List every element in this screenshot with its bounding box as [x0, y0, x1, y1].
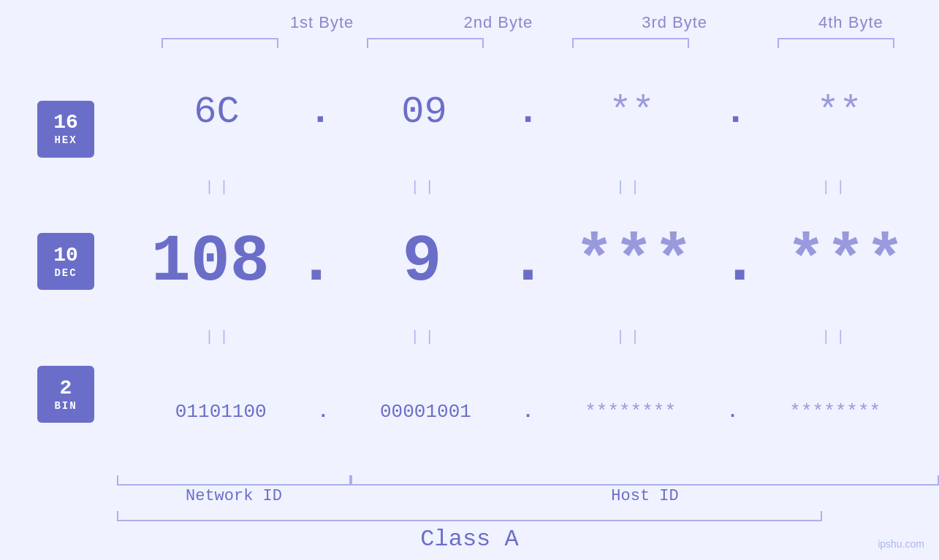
- hex-dot2: .: [517, 91, 539, 134]
- watermark: ipshu.com: [878, 538, 924, 550]
- host-bracket: [351, 475, 939, 486]
- network-bracket: [117, 475, 351, 486]
- dec-b3-value: ***: [574, 225, 693, 299]
- bracket3: [528, 38, 734, 48]
- hex-b4-cell: **: [747, 91, 932, 134]
- byte4-label: 4th Byte: [763, 13, 939, 32]
- bracket-line-3: [572, 38, 689, 48]
- host-id-label: Host ID: [351, 487, 939, 505]
- hex-b1-cell: 6C: [124, 91, 309, 134]
- dec-b4-value: ***: [786, 225, 905, 299]
- sep-cell-4: ||: [734, 179, 939, 196]
- overall-bracket: [117, 511, 822, 521]
- dec-row: 108 . 9 . *** . ***: [117, 198, 939, 326]
- bin-badge-number: 2: [60, 377, 72, 400]
- sep-cell-7: ||: [528, 329, 734, 345]
- byte1-label: 1st Byte: [234, 13, 410, 32]
- class-label: Class A: [0, 526, 939, 560]
- byte3-label: 3rd Byte: [587, 13, 763, 32]
- dec-badge-label: DEC: [54, 267, 77, 279]
- sep-cell-2: ||: [322, 179, 528, 196]
- bin-b4-value: ********: [789, 401, 881, 423]
- bin-b2-value: 00001001: [380, 401, 471, 423]
- dec-b2-cell: 9: [336, 225, 509, 299]
- bracket1: [117, 38, 322, 48]
- sep-cell-3: ||: [528, 179, 734, 196]
- badges-col: 16 HEX 10 DEC 2 BIN: [0, 48, 117, 475]
- dec-b1-cell: 108: [124, 225, 297, 299]
- hex-b3-cell: **: [539, 91, 724, 134]
- dec-dot3: .: [720, 225, 759, 299]
- sep-row-2: || || || ||: [117, 326, 939, 348]
- bin-b3-cell: ********: [533, 401, 727, 423]
- hex-row: 6C . 09 . ** . **: [117, 48, 939, 176]
- hex-b2-cell: 09: [332, 91, 517, 134]
- bin-badge: 2 BIN: [37, 366, 94, 423]
- bracket-line-4: [778, 38, 894, 48]
- bottom-brackets: [0, 475, 939, 486]
- sep-cell-5: ||: [117, 329, 322, 345]
- hex-b2-value: 09: [401, 91, 446, 134]
- sep-cell-8: ||: [734, 329, 939, 345]
- bin-dot2: .: [522, 401, 534, 423]
- bracket4: [734, 38, 939, 48]
- byte-labels: 1st Byte 2nd Byte 3rd Byte 4th Byte: [234, 13, 939, 32]
- bracket-line-2: [367, 38, 484, 48]
- hex-dot3: .: [724, 91, 747, 134]
- dec-badge: 10 DEC: [37, 233, 94, 290]
- bin-b3-value: ********: [585, 401, 676, 423]
- bin-b1-value: 01101100: [175, 401, 267, 423]
- dec-b4-cell: ***: [759, 225, 932, 299]
- dec-b2-value: 9: [403, 225, 442, 299]
- byte2-label: 2nd Byte: [410, 13, 586, 32]
- main-container: 1st Byte 2nd Byte 3rd Byte 4th Byte 16 H…: [0, 0, 939, 560]
- hex-b1-value: 6C: [194, 91, 239, 134]
- bin-dot1: .: [318, 401, 330, 423]
- bracket-line-1: [161, 38, 278, 48]
- bin-b2-cell: 00001001: [329, 401, 522, 423]
- bin-b4-cell: ********: [738, 401, 932, 423]
- bottom-labels: Network ID Host ID: [0, 487, 939, 505]
- dec-b3-cell: ***: [548, 225, 721, 299]
- hex-b4-value: **: [816, 91, 862, 134]
- dec-dot2: .: [508, 225, 547, 299]
- hex-badge: 16 HEX: [37, 101, 94, 158]
- network-id-label: Network ID: [117, 487, 351, 505]
- bin-b1-cell: 01101100: [124, 401, 318, 423]
- bracket2: [322, 38, 528, 48]
- hex-badge-number: 16: [53, 112, 78, 134]
- dec-badge-number: 10: [53, 245, 78, 267]
- content-area: 16 HEX 10 DEC 2 BIN 6C . 09: [0, 48, 939, 475]
- sep-row-1: || || || ||: [117, 176, 939, 198]
- bin-dot3: .: [727, 401, 739, 423]
- top-brackets-row: [0, 38, 939, 48]
- sep-line-2: || || || ||: [117, 329, 939, 345]
- bottom-area: Network ID Host ID Class A: [0, 475, 939, 560]
- data-cols: 6C . 09 . ** . ** || ||: [117, 48, 939, 475]
- sep-cell-1: ||: [117, 179, 322, 196]
- bin-badge-label: BIN: [54, 400, 77, 412]
- sep-cell-6: ||: [322, 329, 528, 345]
- sep-line-1: || || || ||: [117, 179, 939, 196]
- hex-dot1: .: [309, 91, 332, 134]
- bin-row: 01101100 . 00001001 . ******** . *******…: [117, 348, 939, 475]
- dec-dot1: .: [297, 225, 336, 299]
- hex-b3-value: **: [609, 91, 654, 134]
- header-row: 1st Byte 2nd Byte 3rd Byte 4th Byte: [0, 0, 939, 32]
- hex-badge-label: HEX: [54, 134, 77, 146]
- dec-b1-value: 108: [151, 225, 270, 299]
